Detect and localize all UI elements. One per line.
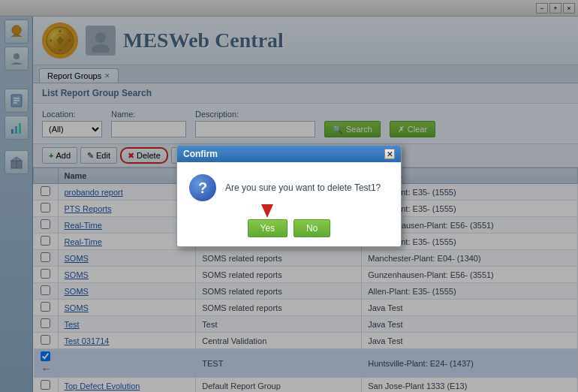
modal-close-btn[interactable]: ✕ <box>384 149 395 159</box>
svg-marker-16 <box>261 204 273 218</box>
modal-question-icon: ? <box>189 174 216 201</box>
confirm-modal: Confirm ✕ ? Are you sure you want to del… <box>176 145 402 247</box>
modal-title: Confirm <box>183 149 218 159</box>
yes-arrow-icon <box>260 204 275 218</box>
modal-footer: Yes No <box>177 213 401 246</box>
yes-button[interactable]: Yes <box>248 219 288 237</box>
modal-titlebar: Confirm ✕ <box>177 146 401 162</box>
modal-body: ? Are you sure you want to delete Test1? <box>177 162 401 213</box>
yes-btn-container: Yes <box>248 219 288 237</box>
no-button[interactable]: No <box>294 219 330 237</box>
modal-message: Are you sure you want to delete Test1? <box>225 182 381 194</box>
modal-overlay: Confirm ✕ ? Are you sure you want to del… <box>0 0 578 392</box>
